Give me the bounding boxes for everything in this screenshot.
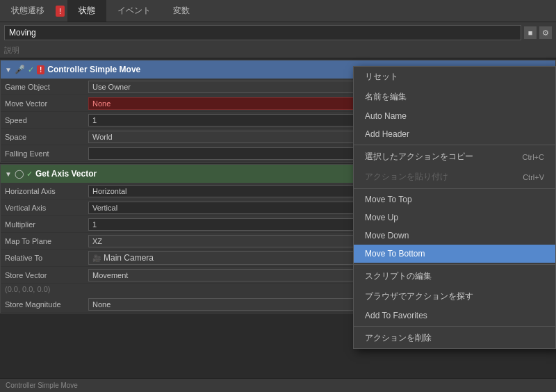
ctx-browse-action-label: ブラウザでアクションを探す bbox=[365, 291, 473, 302]
move-vector-value: None bbox=[92, 99, 111, 108]
description-label: 説明 bbox=[4, 46, 19, 54]
ctx-auto-name[interactable]: Auto Name bbox=[354, 107, 555, 125]
ctx-sep-3 bbox=[354, 264, 555, 265]
field-label-move-vector: Move Vector bbox=[5, 99, 88, 108]
ctx-move-bottom-label: Move To Bottom bbox=[365, 249, 425, 259]
ctx-browse-action[interactable]: ブラウザでアクションを探す bbox=[354, 286, 555, 307]
check-icon-2: ✓ bbox=[26, 170, 33, 179]
field-label-game-object: Game Object bbox=[5, 83, 88, 91]
bottom-label: Controller Simple Move bbox=[6, 382, 78, 389]
field-label-relative-to: Relative To bbox=[5, 254, 88, 262]
tab-error-badge: ! bbox=[56, 6, 65, 17]
ctx-add-favorites-label: Add To Favorites bbox=[365, 311, 427, 320]
ctx-copy-action[interactable]: 選択したアクションをコピー Ctrl+C bbox=[354, 147, 555, 167]
globe-icon: ◯ bbox=[15, 169, 24, 179]
ctx-move-down-label: Move Down bbox=[365, 231, 409, 240]
ctx-move-down[interactable]: Move Down bbox=[354, 227, 555, 245]
tab-bar: 状態遷移 ! 状態 イベント 変数 bbox=[0, 0, 556, 22]
field-label-space: Space bbox=[5, 133, 88, 141]
ctx-reset-label: リセット bbox=[365, 71, 398, 83]
store-vector-value: Movement bbox=[92, 271, 128, 279]
color-picker-icon[interactable]: ■ bbox=[524, 26, 537, 39]
map-to-plane-value: XZ bbox=[92, 237, 102, 245]
collapse-triangle-2[interactable]: ▼ bbox=[5, 170, 12, 178]
relative-to-value: Main Camera bbox=[104, 253, 154, 263]
state-name-input[interactable] bbox=[4, 25, 521, 40]
ctx-copy-action-label: 選択したアクションをコピー bbox=[365, 151, 473, 163]
tab-state-transition[interactable]: 状態遷移 bbox=[0, 0, 56, 22]
ctx-rename-label: 名前を編集 bbox=[365, 91, 407, 103]
tab-event[interactable]: イベント bbox=[106, 0, 162, 22]
ctx-edit-script-label: スクリプトの編集 bbox=[365, 270, 432, 282]
ctx-add-header[interactable]: Add Header bbox=[354, 125, 555, 143]
tab-label-state-transition: 状態遷移 bbox=[11, 5, 44, 17]
ctx-add-favorites[interactable]: Add To Favorites bbox=[354, 307, 555, 325]
ctx-move-up-label: Move Up bbox=[365, 213, 398, 222]
tab-variable[interactable]: 変数 bbox=[162, 0, 201, 22]
ctx-add-header-label: Add Header bbox=[365, 129, 409, 139]
error-icon-1: ! bbox=[37, 65, 44, 74]
field-label-store-magnitude: Store Magnitude bbox=[5, 300, 88, 309]
ctx-move-bottom[interactable]: Move To Bottom bbox=[354, 245, 555, 263]
audio-icon: 🎤 bbox=[15, 65, 25, 74]
tab-label-variable: 変数 bbox=[173, 5, 190, 17]
state-name-row: ■ ⚙ bbox=[0, 22, 556, 43]
camera-icon: 🎥 bbox=[92, 254, 101, 262]
ctx-sep-2 bbox=[354, 188, 555, 189]
ctx-move-top[interactable]: Move To Top bbox=[354, 190, 555, 209]
ctx-paste-action-label: アクションを貼り付け bbox=[365, 171, 448, 183]
field-label-map-to-plane: Map To Plane bbox=[5, 237, 88, 245]
field-label-horizontal-axis: Horizontal Axis bbox=[5, 187, 88, 195]
ctx-move-up[interactable]: Move Up bbox=[354, 209, 555, 227]
coords-value: (0.0, 0.0, 0.0) bbox=[5, 285, 50, 293]
field-label-speed: Speed bbox=[5, 116, 88, 124]
game-object-value: Use Owner bbox=[92, 83, 131, 91]
ctx-copy-shortcut: Ctrl+C bbox=[523, 153, 544, 161]
ctx-edit-script[interactable]: スクリプトの編集 bbox=[354, 266, 555, 286]
ctx-delete-action-label: アクションを削除 bbox=[365, 332, 432, 344]
field-label-store-vector: Store Vector bbox=[5, 271, 88, 279]
tab-label-state: 状態 bbox=[79, 5, 95, 17]
ctx-rename[interactable]: 名前を編集 bbox=[354, 87, 555, 107]
tab-label-event: イベント bbox=[117, 5, 151, 17]
ctx-sep-4 bbox=[354, 326, 555, 327]
collapse-triangle-1[interactable]: ▼ bbox=[5, 66, 12, 74]
ctx-reset[interactable]: リセット bbox=[354, 67, 555, 87]
check-icon-1: ✓ bbox=[28, 65, 34, 74]
settings-icon[interactable]: ⚙ bbox=[539, 26, 552, 39]
ctx-auto-name-label: Auto Name bbox=[365, 111, 407, 121]
space-value: World bbox=[92, 133, 113, 141]
field-label-falling-event: Falling Event bbox=[5, 149, 88, 158]
store-magnitude-value: None bbox=[92, 300, 111, 309]
ctx-sep-1 bbox=[354, 145, 555, 145]
ctx-delete-action[interactable]: アクションを削除 bbox=[354, 328, 555, 348]
bottom-bar: Controller Simple Move bbox=[0, 378, 556, 392]
tab-state[interactable]: 状態 bbox=[67, 0, 106, 22]
ctx-paste-shortcut: Ctrl+V bbox=[523, 173, 544, 181]
context-menu: リセット 名前を編集 Auto Name Add Header 選択したアクショ… bbox=[353, 66, 556, 349]
ctx-move-top-label: Move To Top bbox=[365, 195, 412, 204]
description-row: 説明 bbox=[0, 43, 556, 58]
field-label-multiplier: Multiplier bbox=[5, 220, 88, 229]
ctx-paste-action[interactable]: アクションを貼り付け Ctrl+V bbox=[354, 167, 555, 187]
field-label-vertical-axis: Vertical Axis bbox=[5, 204, 88, 212]
